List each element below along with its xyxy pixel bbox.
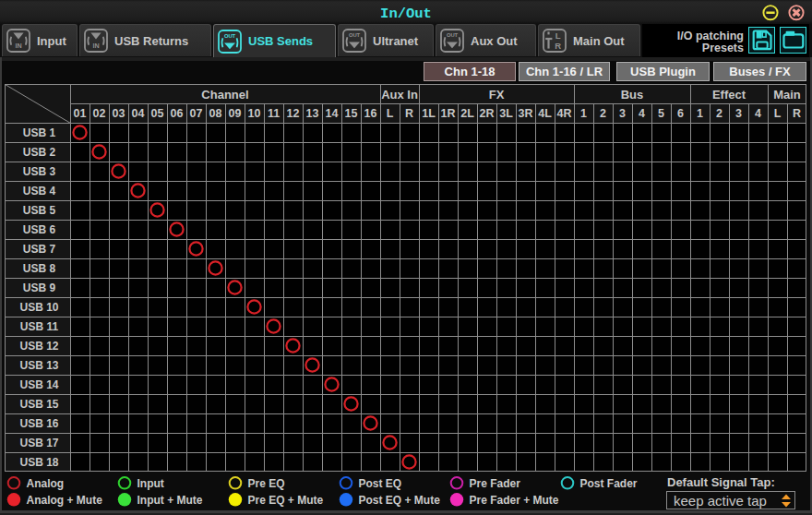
svg-text:2R: 2R [480, 107, 495, 120]
svg-text:12: 12 [287, 107, 300, 120]
svg-text:USB 14: USB 14 [19, 378, 58, 391]
svg-text:3R: 3R [519, 107, 533, 120]
svg-text:USB 1: USB 1 [23, 126, 56, 139]
svg-text:10: 10 [248, 107, 261, 120]
svg-text:USB 4: USB 4 [23, 185, 56, 198]
svg-text:01: 01 [74, 107, 87, 120]
svg-text:08: 08 [209, 107, 222, 120]
svg-text:4R: 4R [557, 107, 572, 120]
svg-text:11: 11 [268, 107, 280, 120]
svg-text:3L: 3L [499, 107, 513, 120]
svg-text:07: 07 [190, 107, 203, 120]
svg-text:USB 6: USB 6 [23, 223, 56, 236]
svg-text:USB 13: USB 13 [19, 359, 58, 372]
svg-text:R: R [405, 107, 413, 120]
svg-text:02: 02 [93, 107, 106, 120]
svg-text:USB 10: USB 10 [19, 301, 58, 314]
svg-text:R: R [793, 107, 801, 120]
svg-text:1L: 1L [422, 107, 436, 120]
svg-text:USB 2: USB 2 [23, 146, 56, 159]
svg-text:03: 03 [113, 107, 125, 120]
svg-text:USB 16: USB 16 [19, 417, 58, 430]
svg-text:04: 04 [132, 107, 145, 120]
svg-text:09: 09 [229, 107, 242, 120]
svg-text:USB 5: USB 5 [23, 204, 56, 217]
svg-text:USB 7: USB 7 [23, 243, 56, 256]
svg-text:Bus: Bus [621, 88, 644, 102]
svg-text:6: 6 [677, 107, 684, 120]
svg-text:2: 2 [600, 107, 606, 120]
svg-text:USB 11: USB 11 [20, 320, 59, 333]
svg-text:4: 4 [755, 107, 761, 120]
svg-text:3: 3 [619, 107, 626, 120]
svg-text:05: 05 [151, 107, 164, 120]
svg-text:Channel: Channel [201, 88, 248, 102]
svg-text:L: L [387, 107, 394, 120]
svg-text:L: L [774, 107, 782, 120]
svg-text:1R: 1R [441, 107, 456, 120]
svg-text:USB 9: USB 9 [23, 281, 56, 294]
svg-text:USB 3: USB 3 [23, 165, 56, 178]
svg-text:2: 2 [716, 107, 722, 120]
svg-text:4: 4 [639, 107, 645, 120]
svg-text:13: 13 [306, 107, 319, 120]
svg-text:4L: 4L [538, 107, 552, 120]
svg-text:FX: FX [489, 88, 505, 102]
svg-text:3: 3 [735, 107, 742, 120]
svg-text:1: 1 [580, 107, 587, 120]
svg-text:16: 16 [364, 107, 377, 120]
svg-text:2L: 2L [460, 107, 474, 120]
svg-text:Effect: Effect [712, 88, 746, 102]
svg-text:14: 14 [326, 107, 339, 120]
svg-text:Main: Main [773, 88, 801, 102]
svg-text:USB 12: USB 12 [19, 340, 58, 353]
svg-text:06: 06 [171, 107, 184, 120]
svg-text:USB 15: USB 15 [19, 398, 58, 411]
svg-text:1: 1 [697, 107, 703, 120]
svg-text:USB 17: USB 17 [19, 437, 58, 449]
svg-text:USB 8: USB 8 [23, 262, 56, 275]
svg-text:Aux In: Aux In [381, 88, 418, 102]
svg-text:15: 15 [345, 107, 358, 120]
svg-text:5: 5 [658, 107, 664, 120]
